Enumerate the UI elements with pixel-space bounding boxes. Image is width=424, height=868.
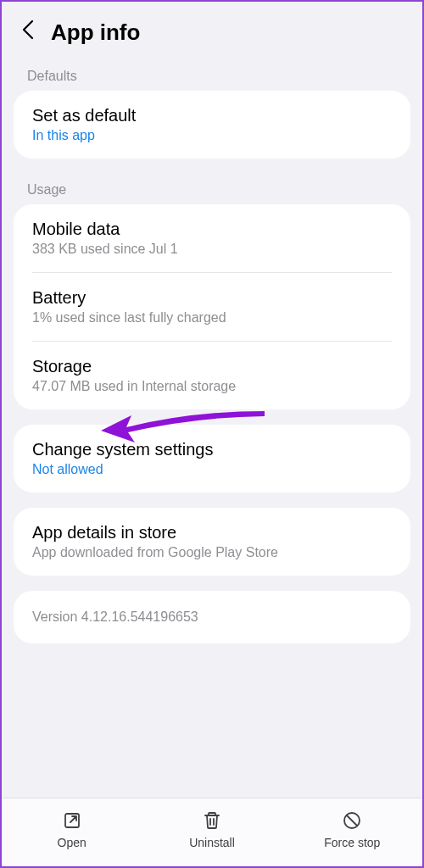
usage-card: Mobile data 383 KB used since Jul 1 Batt…	[14, 204, 410, 409]
trash-icon	[202, 810, 222, 831]
change-system-settings-title: Change system settings	[32, 440, 392, 459]
open-button[interactable]: Open	[2, 810, 142, 849]
battery-title: Battery	[32, 288, 392, 308]
change-system-settings-item[interactable]: Change system settings Not allowed	[14, 425, 410, 492]
app-details-card: App details in store App downloaded from…	[14, 508, 410, 576]
section-usage-label: Usage	[2, 174, 422, 204]
storage-title: Storage	[32, 357, 392, 376]
open-icon	[62, 810, 82, 831]
force-stop-button[interactable]: Force stop	[282, 810, 422, 849]
set-as-default-title: Set as default	[32, 106, 392, 125]
forbid-icon	[342, 810, 362, 831]
section-defaults-label: Defaults	[2, 60, 422, 91]
system-settings-card: Change system settings Not allowed	[14, 425, 410, 492]
change-system-settings-sub: Not allowed	[32, 462, 392, 477]
uninstall-label: Uninstall	[189, 836, 235, 849]
storage-sub: 47.07 MB used in Internal storage	[32, 379, 392, 394]
app-details-sub: App downloaded from Google Play Store	[32, 545, 392, 560]
content-scroll[interactable]: Defaults Set as default In this app Usag…	[2, 60, 422, 857]
force-stop-label: Force stop	[324, 836, 380, 849]
battery-sub: 1% used since last fully charged	[32, 310, 392, 326]
set-as-default-sub: In this app	[32, 128, 392, 143]
mobile-data-title: Mobile data	[32, 220, 392, 239]
app-details-item[interactable]: App details in store App downloaded from…	[14, 508, 410, 576]
storage-item[interactable]: Storage 47.07 MB used in Internal storag…	[14, 342, 410, 409]
battery-item[interactable]: Battery 1% used since last fully charged	[14, 273, 410, 341]
version-text: Version 4.12.16.544196653	[32, 609, 392, 625]
back-icon[interactable]	[20, 19, 36, 47]
page-title: App info	[51, 19, 140, 46]
version-card: Version 4.12.16.544196653	[14, 591, 410, 643]
open-label: Open	[58, 836, 86, 849]
header: App info	[2, 2, 422, 60]
uninstall-button[interactable]: Uninstall	[142, 810, 282, 849]
mobile-data-item[interactable]: Mobile data 383 KB used since Jul 1	[14, 204, 410, 272]
bottom-bar: Open Uninstall Force stop	[2, 798, 422, 866]
defaults-card: Set as default In this app	[14, 91, 410, 159]
set-as-default-item[interactable]: Set as default In this app	[14, 91, 410, 159]
mobile-data-sub: 383 KB used since Jul 1	[32, 242, 392, 257]
app-details-title: App details in store	[32, 523, 392, 542]
